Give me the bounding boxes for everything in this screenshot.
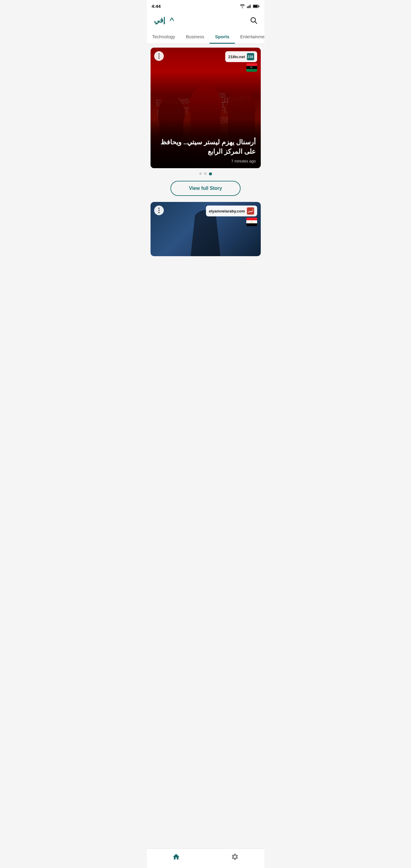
dots-indicator	[147, 168, 264, 179]
dot-2[interactable]	[204, 173, 207, 175]
svg-rect-1	[248, 6, 248, 8]
flag-badge-ly: ☪	[246, 63, 257, 72]
libya-flag: ☪	[246, 63, 257, 72]
second-source-icon-label: أيمن	[248, 210, 253, 213]
story-overlay: أرسنال يهزم ليستر سيتي.. ويحافظ على المر…	[150, 120, 261, 168]
story-time: 7 minutes ago	[156, 159, 256, 163]
three-dots-icon	[157, 52, 161, 60]
logo-icon: إفي	[152, 13, 176, 27]
tab-business[interactable]: Business	[180, 30, 210, 44]
flag-eg-white	[246, 220, 257, 223]
signal-icon	[247, 4, 251, 8]
dot-3-active[interactable]	[209, 173, 212, 176]
flag-eg-black	[246, 223, 257, 226]
status-time: 4:44	[152, 4, 161, 9]
battery-icon	[253, 4, 260, 8]
second-three-dots-icon	[157, 207, 161, 214]
svg-point-18	[251, 221, 252, 223]
wifi-icon	[240, 4, 245, 8]
source-name: 218tv.net	[228, 55, 245, 59]
svg-text:إفي: إفي	[153, 16, 165, 24]
nav-tabs: Technology Business Sports Entertainment…	[147, 30, 264, 44]
flag-crescent: ☪	[250, 66, 252, 69]
logo: إفي	[152, 13, 176, 27]
story-image: EmiratesFLY BETTER EmiratesFLY BETTER Em…	[150, 48, 261, 168]
source-icon-label: 218	[247, 55, 253, 59]
story-menu-button[interactable]	[154, 51, 164, 61]
flag-badge-eg	[246, 218, 257, 226]
second-story-card[interactable]: elyamnelaraby.com أيمن	[150, 202, 261, 256]
status-bar: 4:44	[147, 0, 264, 11]
flag-red-stripe	[246, 63, 257, 66]
dot-1[interactable]	[199, 173, 202, 175]
search-button[interactable]	[247, 14, 260, 26]
svg-rect-2	[249, 5, 250, 8]
flag-eg-red	[246, 218, 257, 220]
flag-green-stripe	[246, 69, 257, 72]
second-source-name: elyamnelaraby.com	[209, 209, 245, 213]
tab-entertainment[interactable]: Entertainment	[235, 30, 264, 44]
svg-rect-0	[247, 6, 247, 8]
player-shadow	[189, 210, 222, 256]
tab-sports[interactable]: Sports	[210, 30, 235, 44]
story-title: أرسنال يهزم ليستر سيتي.. ويحافظ على المر…	[156, 138, 256, 156]
second-story-menu-button[interactable]	[154, 206, 164, 215]
source-icon: 218	[247, 53, 254, 60]
second-source-badge[interactable]: elyamnelaraby.com أيمن	[206, 206, 257, 216]
svg-rect-3	[250, 4, 250, 8]
second-source-icon: أيمن	[247, 207, 254, 215]
source-badge[interactable]: 218tv.net 218	[225, 51, 257, 62]
svg-line-10	[255, 22, 256, 24]
flag-black-stripe: ☪	[246, 66, 257, 69]
search-icon	[250, 16, 258, 24]
main-content: EmiratesFLY BETTER EmiratesFLY BETTER Em…	[147, 48, 264, 256]
egypt-eagle-icon	[250, 220, 253, 223]
tab-technology[interactable]: Technology	[147, 30, 181, 44]
svg-rect-5	[253, 5, 258, 7]
header: إفي	[147, 11, 264, 30]
bottom-spacer	[147, 260, 264, 284]
svg-rect-6	[258, 5, 259, 7]
view-full-story-button[interactable]: View full Story	[170, 181, 241, 196]
main-story-card: EmiratesFLY BETTER EmiratesFLY BETTER Em…	[150, 48, 261, 168]
status-icons	[240, 4, 260, 8]
